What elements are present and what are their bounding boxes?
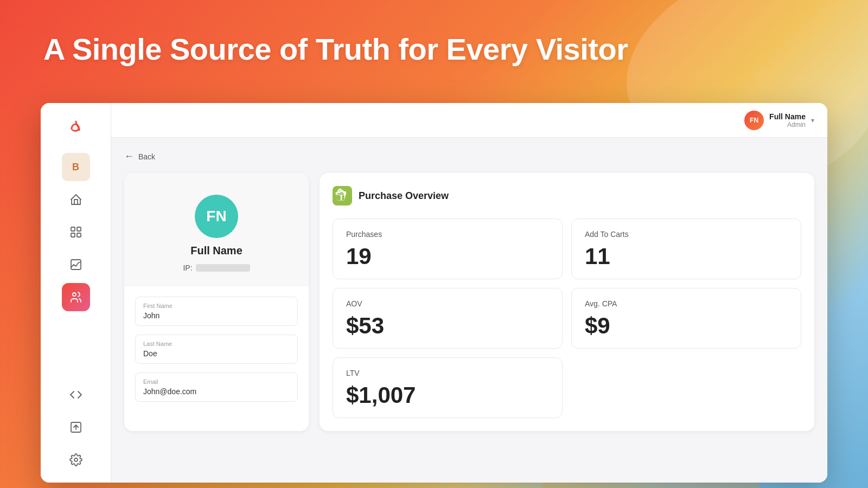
- stat-ltv: LTV $1,007: [333, 357, 563, 418]
- sidebar-item-settings[interactable]: [62, 446, 90, 474]
- field-value-first-name: John: [143, 311, 290, 320]
- sidebar-item-upload[interactable]: [62, 413, 90, 441]
- stat-value-aov: $53: [346, 314, 549, 337]
- scroll-area: ← Back FN Full Name IP:: [111, 138, 827, 483]
- app-panel: B: [41, 103, 827, 483]
- field-email: Email John@doe.com: [135, 373, 298, 402]
- topbar: FN Full Name Admin ▾: [111, 103, 827, 138]
- shopify-icon: [333, 186, 352, 206]
- user-role: Admin: [769, 121, 806, 129]
- purchase-overview-title: Purchase Overview: [359, 190, 449, 202]
- stat-aov: AOV $53: [333, 288, 563, 349]
- stat-purchases: Purchases 19: [333, 219, 563, 279]
- field-first-name: First Name John: [135, 297, 298, 326]
- stat-value-ltv: $1,007: [346, 384, 549, 407]
- sidebar-item-analytics[interactable]: [62, 251, 90, 279]
- sidebar-logo[interactable]: [62, 112, 90, 140]
- ip-label: IP:: [183, 264, 192, 272]
- main-content: FN Full Name Admin ▾ ← Back FN: [111, 103, 827, 483]
- field-label-email: Email: [143, 378, 290, 385]
- stat-label-aov: AOV: [346, 299, 549, 308]
- arrow-left-icon: ←: [124, 151, 134, 162]
- svg-rect-9: [333, 186, 352, 206]
- chevron-down-icon: ▾: [811, 117, 814, 124]
- svg-rect-2: [77, 227, 81, 231]
- field-value-email: John@doe.com: [143, 387, 290, 396]
- svg-point-6: [73, 293, 76, 296]
- profile-card: FN Full Name IP: First Name John: [124, 173, 309, 431]
- sidebar-item-dashboard[interactable]: [62, 218, 90, 246]
- purchase-header: Purchase Overview: [333, 186, 801, 206]
- field-label-first-name: First Name: [143, 303, 290, 309]
- field-value-last-name: Doe: [143, 349, 290, 358]
- purchase-panel: Purchase Overview Purchases 19 Add To Ca…: [320, 173, 814, 431]
- svg-point-0: [64, 114, 88, 138]
- stat-label-purchases: Purchases: [346, 230, 549, 239]
- stat-label-ltv: LTV: [346, 369, 549, 377]
- sidebar-workspace[interactable]: B: [62, 153, 90, 181]
- user-name: Full Name: [769, 112, 806, 121]
- sidebar-item-developer[interactable]: [62, 381, 90, 409]
- svg-point-8: [74, 458, 78, 461]
- ip-value-blurred: [196, 264, 250, 272]
- svg-rect-1: [71, 227, 75, 231]
- user-menu[interactable]: FN Full Name Admin ▾: [744, 111, 814, 130]
- profile-ip-row: IP:: [183, 264, 250, 272]
- svg-rect-3: [71, 233, 75, 237]
- svg-rect-5: [71, 260, 81, 269]
- stat-value-avg-cpa: $9: [585, 314, 788, 337]
- sidebar-item-home[interactable]: [62, 185, 90, 214]
- stats-grid: Purchases 19 Add To Carts 11 AOV $53: [333, 219, 801, 418]
- field-label-last-name: Last Name: [143, 341, 290, 347]
- content-grid: FN Full Name IP: First Name John: [124, 173, 814, 431]
- stat-avg-cpa: Avg. CPA $9: [571, 288, 801, 349]
- stat-value-add-to-carts: 11: [585, 245, 788, 268]
- stat-label-avg-cpa: Avg. CPA: [585, 299, 788, 308]
- sidebar: B: [41, 103, 111, 483]
- avatar: FN: [744, 111, 764, 130]
- stat-add-to-carts: Add To Carts 11: [571, 219, 801, 279]
- sidebar-item-people[interactable]: [62, 283, 90, 311]
- field-last-name: Last Name Doe: [135, 335, 298, 364]
- profile-header: FN Full Name IP:: [124, 173, 309, 286]
- profile-fields: First Name John Last Name Doe Email John…: [124, 286, 309, 413]
- hero-title: A Single Source of Truth for Every Visit…: [43, 33, 628, 66]
- svg-rect-4: [77, 233, 81, 237]
- profile-avatar: FN: [195, 195, 238, 238]
- user-text-block: Full Name Admin: [769, 112, 806, 129]
- back-label: Back: [138, 152, 155, 161]
- stat-value-purchases: 19: [346, 245, 549, 268]
- back-button[interactable]: ← Back: [124, 151, 814, 162]
- stat-label-add-to-carts: Add To Carts: [585, 230, 788, 239]
- profile-name: Full Name: [190, 245, 242, 257]
